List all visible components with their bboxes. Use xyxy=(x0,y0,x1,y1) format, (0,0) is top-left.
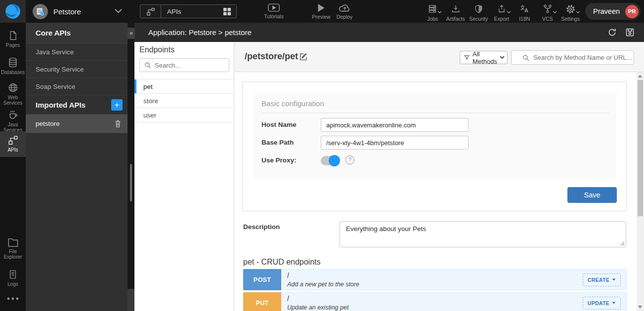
chevron-down-icon xyxy=(553,11,557,14)
left-icon-bar: Pages Databases Web Services xyxy=(0,23,26,311)
globe-icon xyxy=(7,82,19,93)
collapse-panel-button[interactable]: « xyxy=(128,28,135,39)
method-search-input[interactable] xyxy=(533,54,632,61)
vertical-scrollbar[interactable] xyxy=(637,72,644,311)
wavemaker-logo[interactable] xyxy=(0,0,26,23)
endpoint-header: /petstore/pet All Methods xyxy=(234,42,644,72)
sidebar-item-pages[interactable]: Pages xyxy=(0,27,26,48)
base-path-field[interactable] xyxy=(321,136,469,150)
tree-item-petstore[interactable]: petstore xyxy=(26,115,128,133)
deploy-label: Deploy xyxy=(337,14,353,20)
panel-scrollbar-thumb[interactable] xyxy=(130,164,132,201)
core-apis-header: Core APIs xyxy=(26,23,128,43)
top-bar: Petstore APIs xyxy=(0,0,644,23)
method-description: Update an existing pet xyxy=(287,304,348,311)
scrollbar-up-arrow[interactable] xyxy=(638,75,642,78)
panel-divider xyxy=(128,23,134,311)
toggle-knob xyxy=(329,155,340,166)
update-action-button[interactable]: UPDATE xyxy=(583,297,621,310)
artifacts-button[interactable]: Artifacts xyxy=(444,3,468,22)
endpoint-search-input[interactable] xyxy=(155,62,219,69)
sidebar-item-web-services[interactable]: Web Services xyxy=(0,78,26,106)
security-button[interactable]: Security xyxy=(467,3,490,22)
jobs-button[interactable]: Jobs xyxy=(421,3,444,22)
workspace-selector[interactable]: APIs xyxy=(140,4,237,18)
sidebar-item-java-services[interactable]: Java Services xyxy=(0,106,26,133)
vcs-button[interactable]: VCS xyxy=(536,3,559,22)
tree-item-security-service[interactable]: Security Service xyxy=(26,61,128,78)
page-title: /petstore/pet xyxy=(245,51,298,62)
scrollbar-down-arrow[interactable] xyxy=(638,306,642,309)
create-action-button[interactable]: CREATE xyxy=(583,273,621,286)
method-row-put[interactable]: PUT / Update an existing pet UPDATE xyxy=(243,292,627,311)
host-name-label: Host Name xyxy=(261,121,297,128)
endpoints-panel: Endpoints pet store user xyxy=(134,42,234,311)
chevron-down-icon xyxy=(437,11,442,14)
method-path: / xyxy=(287,295,289,303)
security-label: Security xyxy=(469,16,488,22)
endpoint-item-pet[interactable]: pet xyxy=(134,79,234,94)
edit-path-icon[interactable] xyxy=(299,52,308,61)
description-field-wrap: Everything about your Pets xyxy=(340,221,626,247)
tutorials-icon xyxy=(268,3,280,12)
sidebar-item-apis[interactable]: APIs xyxy=(0,131,26,157)
tree-item-soap-service[interactable]: Soap Service xyxy=(26,78,128,95)
svg-text:A: A xyxy=(524,7,528,13)
help-icon[interactable]: ? xyxy=(345,156,354,164)
more-options-button[interactable] xyxy=(0,293,26,301)
use-proxy-label: Use Proxy: xyxy=(261,156,297,164)
user-menu[interactable]: Praveen PR xyxy=(585,3,641,20)
sidebar-item-file-explorer[interactable]: File Explorer xyxy=(0,234,26,260)
grid-icon[interactable] xyxy=(223,7,231,16)
panel-divider-footer xyxy=(128,289,134,311)
folder-icon xyxy=(7,237,19,247)
tree-item-java-service[interactable]: Java Service xyxy=(26,43,128,61)
configuration-card: Basic configuration Host Name Base Path … xyxy=(242,81,627,211)
put-method-badge: PUT xyxy=(243,292,281,311)
endpoint-item-user[interactable]: user xyxy=(134,108,234,122)
sidebar-item-databases[interactable]: Databases xyxy=(0,53,26,75)
workspace-label: APIs xyxy=(161,8,223,15)
method-path: / xyxy=(287,272,289,279)
resize-handle-icon[interactable] xyxy=(620,241,625,246)
save-icon[interactable] xyxy=(625,27,635,38)
export-button[interactable]: Export xyxy=(490,3,514,22)
tutorials-button[interactable]: Tutorials xyxy=(258,3,290,19)
endpoint-list: pet store user xyxy=(134,79,234,122)
scrollbar-thumb[interactable] xyxy=(638,80,643,216)
endpoints-title: Endpoints xyxy=(139,45,234,54)
project-avatar xyxy=(33,4,48,19)
endpoint-search-box[interactable] xyxy=(139,58,229,72)
method-search-box[interactable] xyxy=(511,50,634,65)
save-button[interactable]: Save xyxy=(567,187,617,203)
filter-funnel-icon xyxy=(464,54,470,61)
main-content: /petstore/pet All Methods xyxy=(234,42,644,311)
i18n-translate-icon: A xyxy=(519,4,530,14)
description-field[interactable]: Everything about your Pets xyxy=(340,221,626,247)
settings-gear-icon xyxy=(565,4,576,14)
databases-icon xyxy=(7,57,18,68)
endpoint-item-store[interactable]: store xyxy=(134,94,234,108)
settings-button[interactable]: Settings xyxy=(559,3,582,22)
sidebar-item-logs[interactable]: Logs xyxy=(0,266,26,287)
use-proxy-toggle[interactable] xyxy=(321,156,339,165)
base-path-label: Base Path xyxy=(261,139,294,146)
project-name: Petstore xyxy=(53,7,81,16)
method-row-post[interactable]: POST / Add a new pet to the store CREATE xyxy=(243,269,627,290)
deploy-button[interactable]: Deploy xyxy=(328,3,361,20)
add-api-button[interactable]: + xyxy=(111,99,123,111)
java-coffee-icon xyxy=(7,109,19,120)
vcs-label: VCS xyxy=(542,16,553,22)
settings-label: Settings xyxy=(561,16,580,22)
vcs-branch-icon xyxy=(543,4,553,14)
chevron-down-icon xyxy=(500,56,505,59)
i18n-button[interactable]: A I18N xyxy=(513,3,536,22)
project-selector[interactable]: Petstore xyxy=(28,0,128,23)
artifacts-download-icon xyxy=(451,4,461,14)
host-name-field[interactable] xyxy=(321,118,469,132)
export-label: Export xyxy=(494,16,509,22)
refresh-icon[interactable] xyxy=(607,27,617,38)
user-name: Praveen xyxy=(593,7,620,15)
delete-api-icon[interactable] xyxy=(114,119,122,128)
methods-filter-select[interactable]: All Methods xyxy=(460,51,508,64)
